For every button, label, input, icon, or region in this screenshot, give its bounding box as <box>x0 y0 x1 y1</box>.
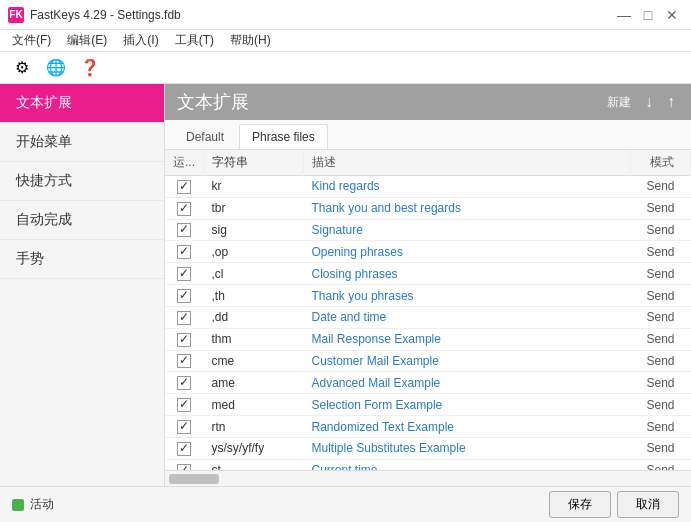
table-row[interactable]: ,opOpening phrasesSend <box>165 241 691 263</box>
sidebar-item-start-menu[interactable]: 开始菜单 <box>0 123 164 162</box>
title-bar-left: FK FastKeys 4.29 - Settings.fdb <box>8 7 181 23</box>
table-row[interactable]: ,clClosing phrasesSend <box>165 263 691 285</box>
row-key: tbr <box>204 197 304 219</box>
row-mode: Send <box>631 372 691 394</box>
row-checkbox[interactable] <box>177 311 191 325</box>
table-row[interactable]: ameAdvanced Mail ExampleSend <box>165 372 691 394</box>
row-mode: Send <box>631 350 691 372</box>
content-header: 文本扩展 新建 ↓ ↑ <box>165 84 691 120</box>
window-title: FastKeys 4.29 - Settings.fdb <box>30 8 181 22</box>
sidebar-item-text-expand[interactable]: 文本扩展 <box>0 84 164 123</box>
row-mode: Send <box>631 241 691 263</box>
status-text: 活动 <box>30 496 54 513</box>
table-container[interactable]: 运... 字符串 描述 模式 krKind regardsSendtbrThan… <box>165 150 691 470</box>
row-key: thm <box>204 328 304 350</box>
row-mode: Send <box>631 459 691 470</box>
row-key: med <box>204 394 304 416</box>
row-mode: Send <box>631 328 691 350</box>
settings-button[interactable]: ⚙ <box>8 54 36 82</box>
row-key: rtn <box>204 416 304 438</box>
row-mode: Send <box>631 263 691 285</box>
table-row[interactable]: ,thThank you phrasesSend <box>165 285 691 307</box>
new-button[interactable]: 新建 <box>603 92 635 113</box>
status-left: 活动 <box>12 496 54 513</box>
horizontal-scrollbar[interactable] <box>165 470 691 486</box>
row-desc: Advanced Mail Example <box>304 372 631 394</box>
status-indicator <box>12 499 24 511</box>
row-checkbox[interactable] <box>177 398 191 412</box>
row-checkbox[interactable] <box>177 267 191 281</box>
menu-help[interactable]: 帮助(H) <box>222 30 279 51</box>
row-key: ,dd <box>204 306 304 328</box>
row-desc: Closing phrases <box>304 263 631 285</box>
table-row[interactable]: tbrThank you and best regardsSend <box>165 197 691 219</box>
table-header-row: 运... 字符串 描述 模式 <box>165 150 691 176</box>
menu-bar: 文件(F) 编辑(E) 插入(I) 工具(T) 帮助(H) <box>0 30 691 52</box>
menu-edit[interactable]: 编辑(E) <box>59 30 115 51</box>
data-table: 运... 字符串 描述 模式 krKind regardsSendtbrThan… <box>165 150 691 470</box>
sidebar-item-autocomplete[interactable]: 自动完成 <box>0 201 164 240</box>
help-button[interactable]: ❓ <box>76 54 104 82</box>
row-desc: Thank you and best regards <box>304 197 631 219</box>
row-desc: Customer Mail Example <box>304 350 631 372</box>
row-mode: Send <box>631 197 691 219</box>
row-checkbox[interactable] <box>177 354 191 368</box>
row-key: sig <box>204 219 304 241</box>
row-checkbox[interactable] <box>177 333 191 347</box>
save-button[interactable]: 保存 <box>549 491 611 518</box>
row-mode: Send <box>631 219 691 241</box>
cancel-button[interactable]: 取消 <box>617 491 679 518</box>
table-row[interactable]: thmMail Response ExampleSend <box>165 328 691 350</box>
table-row[interactable]: rtnRandomized Text ExampleSend <box>165 416 691 438</box>
row-checkbox[interactable] <box>177 223 191 237</box>
sidebar-item-gestures[interactable]: 手势 <box>0 240 164 279</box>
row-checkbox[interactable] <box>177 464 191 470</box>
row-desc: Multiple Substitutes Example <box>304 437 631 459</box>
title-bar: FK FastKeys 4.29 - Settings.fdb — □ ✕ <box>0 0 691 30</box>
row-key: ,cl <box>204 263 304 285</box>
table-row[interactable]: medSelection Form ExampleSend <box>165 394 691 416</box>
menu-tools[interactable]: 工具(T) <box>167 30 222 51</box>
row-key: ,th <box>204 285 304 307</box>
row-desc: Randomized Text Example <box>304 416 631 438</box>
row-mode: Send <box>631 437 691 459</box>
globe-button[interactable]: 🌐 <box>42 54 70 82</box>
content-title: 文本扩展 <box>177 90 249 114</box>
arrow-down-button[interactable]: ↓ <box>641 91 657 113</box>
row-checkbox[interactable] <box>177 202 191 216</box>
maximize-button[interactable]: □ <box>637 4 659 26</box>
table-row[interactable]: ,ddDate and timeSend <box>165 306 691 328</box>
table-row[interactable]: ys/sy/yf/fyMultiple Substitutes ExampleS… <box>165 437 691 459</box>
app-icon: FK <box>8 7 24 23</box>
content-area: 文本扩展 新建 ↓ ↑ Default Phrase files 运... 字符… <box>165 84 691 486</box>
close-button[interactable]: ✕ <box>661 4 683 26</box>
sidebar-item-shortcuts[interactable]: 快捷方式 <box>0 162 164 201</box>
table-row[interactable]: sigSignatureSend <box>165 219 691 241</box>
menu-file[interactable]: 文件(F) <box>4 30 59 51</box>
sidebar: 文本扩展 开始菜单 快捷方式 自动完成 手势 <box>0 84 165 486</box>
tab-phrase-files[interactable]: Phrase files <box>239 124 328 149</box>
menu-insert[interactable]: 插入(I) <box>115 30 166 51</box>
row-key: ,op <box>204 241 304 263</box>
arrow-up-button[interactable]: ↑ <box>663 91 679 113</box>
row-checkbox[interactable] <box>177 420 191 434</box>
table-row[interactable]: krKind regardsSend <box>165 176 691 198</box>
row-checkbox[interactable] <box>177 245 191 259</box>
row-mode: Send <box>631 416 691 438</box>
row-checkbox[interactable] <box>177 180 191 194</box>
row-mode: Send <box>631 306 691 328</box>
row-key: ct <box>204 459 304 470</box>
tab-default[interactable]: Default <box>173 124 237 149</box>
row-checkbox[interactable] <box>177 376 191 390</box>
row-checkbox[interactable] <box>177 289 191 303</box>
tabs: Default Phrase files <box>165 120 691 150</box>
minimize-button[interactable]: — <box>613 4 635 26</box>
row-desc: Current time <box>304 459 631 470</box>
toolbar: ⚙ 🌐 ❓ <box>0 52 691 84</box>
row-checkbox[interactable] <box>177 442 191 456</box>
table-row[interactable]: cmeCustomer Mail ExampleSend <box>165 350 691 372</box>
main-layout: 文本扩展 开始菜单 快捷方式 自动完成 手势 文本扩展 新建 ↓ ↑ Defau… <box>0 84 691 486</box>
row-mode: Send <box>631 285 691 307</box>
header-actions: 新建 ↓ ↑ <box>603 91 679 113</box>
table-row[interactable]: ctCurrent timeSend <box>165 459 691 470</box>
